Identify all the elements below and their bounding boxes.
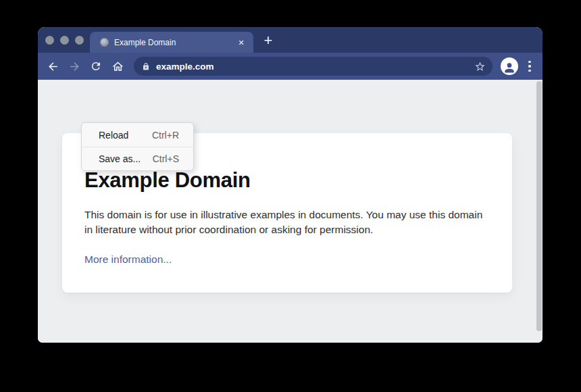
page-viewport: Example Domain This domain is for use in… xyxy=(38,80,542,343)
context-menu: Reload Ctrl+R Save as... Ctrl+S xyxy=(81,122,194,171)
title-bar: Example Domain ✕ + xyxy=(38,27,542,53)
forward-button[interactable] xyxy=(64,55,85,77)
tab-title: Example Domain xyxy=(114,38,236,47)
toolbar: example.com xyxy=(38,53,542,80)
zoom-window-button[interactable] xyxy=(75,36,84,45)
dot-icon xyxy=(528,61,531,64)
profile-avatar-button[interactable] xyxy=(501,57,518,75)
menu-item-shortcut: Ctrl+R xyxy=(152,130,179,141)
menu-item-label: Save as... xyxy=(99,153,141,164)
browser-window: Example Domain ✕ + xyxy=(38,27,542,343)
page-paragraph: This domain is for use in illustrative e… xyxy=(84,207,484,237)
back-button[interactable] xyxy=(42,55,64,77)
lock-icon[interactable] xyxy=(142,62,150,71)
window-controls xyxy=(45,36,84,45)
reload-icon xyxy=(90,60,102,72)
forward-arrow-icon xyxy=(68,60,81,73)
reload-button[interactable] xyxy=(85,55,107,77)
favicon-icon xyxy=(100,38,109,47)
minimize-window-button[interactable] xyxy=(60,36,69,45)
address-bar[interactable]: example.com xyxy=(134,57,492,76)
home-icon xyxy=(111,60,124,73)
close-window-button[interactable] xyxy=(45,36,54,45)
context-menu-item-reload[interactable]: Reload Ctrl+R xyxy=(82,123,193,147)
page-title: Example Domain xyxy=(84,168,485,193)
browser-menu-button[interactable] xyxy=(525,61,534,72)
tab-close-icon[interactable]: ✕ xyxy=(236,37,247,48)
new-tab-button[interactable]: + xyxy=(259,32,277,49)
more-information-link[interactable]: More information... xyxy=(84,253,172,266)
vertical-scrollbar[interactable] xyxy=(536,81,542,331)
person-icon xyxy=(503,61,516,74)
context-menu-item-save-as[interactable]: Save as... Ctrl+S xyxy=(82,147,193,170)
tab-example-domain[interactable]: Example Domain ✕ xyxy=(90,32,253,53)
menu-item-label: Reload xyxy=(99,130,128,141)
bookmark-star-icon[interactable] xyxy=(474,61,486,72)
url-text: example.com xyxy=(156,62,474,72)
home-button[interactable] xyxy=(107,55,128,77)
menu-item-shortcut: Ctrl+S xyxy=(153,153,179,164)
dot-icon xyxy=(528,70,531,72)
back-arrow-icon xyxy=(47,60,59,73)
dot-icon xyxy=(528,65,531,68)
